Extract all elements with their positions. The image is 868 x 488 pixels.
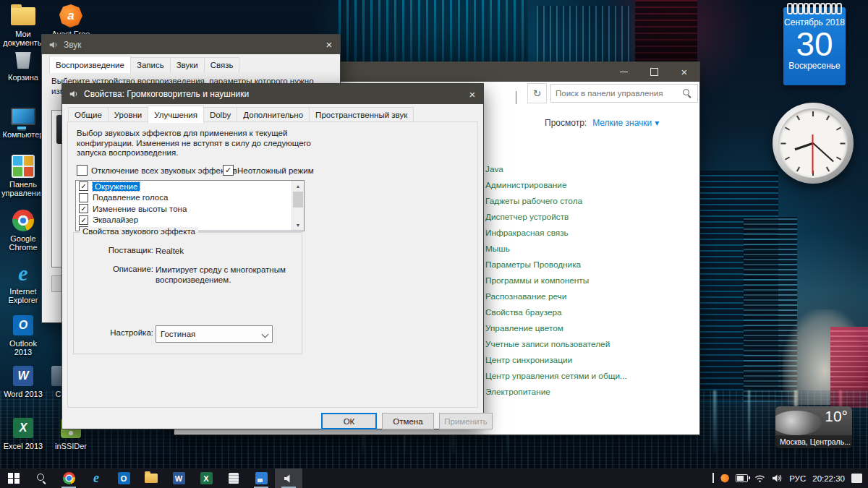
close-icon: × [681, 67, 688, 77]
taskbar-notes[interactable] [220, 468, 247, 488]
cp-item-user-accounts[interactable]: Учетные записи пользователей [485, 336, 702, 352]
cp-item-programs[interactable]: Программы и компоненты [485, 273, 702, 288]
tab-general[interactable]: Общие [68, 107, 109, 123]
desktop-icon-chrome[interactable]: Google Chrome [1, 209, 46, 252]
cp-item-device-manager[interactable]: Диспетчер устройств [485, 209, 702, 225]
checkbox-checked[interactable]: ✓ [223, 165, 234, 176]
tab-levels[interactable]: Уровни [108, 107, 148, 123]
cp-item-speech[interactable]: Распознавание речи [485, 288, 702, 304]
cp-item-color-management[interactable]: Управление цветом [485, 320, 702, 336]
close-button[interactable]: × [318, 35, 340, 54]
cancel-button[interactable]: Отмена [382, 413, 434, 429]
chevron-down-icon [262, 330, 269, 338]
tab-enhancements[interactable]: Улучшения [148, 106, 204, 123]
taskbar-outlook[interactable]: O [110, 468, 137, 488]
cp-item-administration[interactable]: Администрирование [485, 177, 702, 193]
chevron-up-icon [712, 473, 714, 483]
checkbox-checked[interactable]: ✓ [79, 215, 88, 225]
desktop-icon-my-documents[interactable]: Мои документы [1, 4, 46, 47]
effects-scrollbar[interactable]: ▲ ▼ [292, 181, 304, 231]
taskbar-sound-dialog[interactable] [275, 468, 302, 488]
close-button[interactable]: × [669, 62, 699, 82]
desktop-icon-internet-explorer[interactable]: e Internet Explorer [1, 262, 46, 304]
taskbar-internet-explorer[interactable]: e [82, 468, 110, 488]
cp-item-sync-center[interactable]: Центр синхронизации [485, 352, 702, 368]
tab-dolby[interactable]: Dolby [203, 107, 237, 123]
scroll-up-icon[interactable]: ▲ [292, 181, 304, 192]
effects-listbox[interactable]: ✓ Окружение Подавление голоса ✓ Изменени… [75, 180, 305, 231]
action-center-icon[interactable] [851, 474, 862, 483]
properties-titlebar[interactable]: Свойства: Громкоговоритель и наушники × [62, 84, 483, 104]
icon-label: Корзина [8, 73, 38, 82]
effect-row-equalizer[interactable]: ✓ Эквалайзер [76, 215, 304, 226]
provider-label: Поставщик: [87, 246, 153, 254]
tab-advanced[interactable]: Дополнительно [237, 107, 310, 123]
taskbar-media-app[interactable] [247, 468, 275, 488]
minimize-button[interactable] [608, 62, 639, 82]
control-panel-searchbox[interactable] [550, 84, 698, 103]
address-dropdown-chevron[interactable] [516, 91, 516, 104]
cp-item-mouse[interactable]: Мышь [485, 241, 702, 257]
tab-recording[interactable]: Запись [130, 57, 171, 73]
desktop-icon-excel[interactable]: X Excel 2013 [1, 416, 46, 450]
desktop-icon-computer[interactable]: Компьютер [1, 105, 46, 139]
checkbox-checked[interactable]: ✓ [79, 181, 88, 191]
checkbox-checked[interactable]: ✓ [79, 204, 88, 213]
tab-sounds[interactable]: Звуки [170, 57, 205, 73]
cp-item-browser-properties[interactable]: Свойства браузера [485, 304, 702, 320]
cp-item-explorer-options[interactable]: Параметры Проводника [485, 257, 702, 273]
desktop-icon-avast[interactable]: a Avast Free [48, 4, 93, 38]
tab-communications[interactable]: Связь [204, 57, 240, 73]
scroll-down-icon[interactable]: ▼ [292, 220, 304, 231]
clock-gadget[interactable] [773, 103, 854, 184]
calendar-gadget[interactable]: Сентябрь 2018 30 Воскресенье [783, 7, 846, 85]
effect-row-voice-suppression[interactable]: Подавление голоса [76, 192, 304, 204]
taskbar-word[interactable]: W [165, 468, 192, 488]
taskbar-chrome[interactable] [55, 468, 82, 488]
setting-dropdown[interactable]: Гостиная [156, 325, 273, 343]
battery-icon[interactable] [736, 474, 748, 482]
clock-time[interactable]: 20:22:30 [812, 474, 845, 483]
effect-row-environment[interactable]: ✓ Окружение [76, 181, 304, 192]
desktop-icon-outlook[interactable]: O Outlook 2013 [1, 314, 46, 356]
taskbar-search-button[interactable] [27, 468, 55, 488]
effect-row-pitch-shift[interactable]: ✓ Изменение высоты тона [76, 203, 304, 215]
cp-item-gadgets[interactable]: Гаджеты рабочего стола [485, 193, 702, 209]
refresh-button[interactable]: ↻ [527, 83, 547, 103]
cp-item-infrared[interactable]: Инфракрасная связь [485, 225, 702, 241]
cp-item-network-center[interactable]: Центр управления сетями и общи... [485, 368, 702, 384]
disable-all-effects-option[interactable]: Отключение всех звуковых эффектов [77, 165, 237, 176]
chrome-icon [11, 209, 35, 232]
taskbar-file-explorer[interactable] [137, 468, 165, 488]
ok-button[interactable]: ОК [321, 413, 377, 429]
maximize-button[interactable] [639, 62, 669, 82]
tab-playback[interactable]: Воспроизведение [49, 56, 131, 73]
language-indicator[interactable]: РУС [789, 474, 806, 483]
tab-spatial-sound[interactable]: Пространственный звук [309, 107, 414, 123]
calendar-weekday: Воскресенье [783, 61, 846, 71]
desktop-icon-recycle-bin[interactable]: Корзина [1, 48, 46, 82]
checkbox-unchecked[interactable] [79, 193, 88, 202]
close-button[interactable]: × [461, 85, 483, 104]
wifi-icon[interactable] [754, 474, 765, 483]
desktop-icon-control-panel[interactable]: Панель управления [1, 155, 46, 197]
city-building-red [635, 0, 697, 67]
weather-temperature: 10° [825, 408, 848, 425]
checkbox-unchecked[interactable] [77, 165, 88, 176]
hidden-icons-chevron[interactable] [712, 474, 714, 483]
view-selector[interactable]: Мелкие значки ▾ [592, 118, 659, 128]
start-button[interactable] [0, 468, 27, 488]
weather-gadget[interactable]: 10° Москва, Централь... [775, 406, 852, 448]
desktop-icon-word[interactable]: W Word 2013 [1, 364, 46, 398]
immediate-mode-option[interactable]: ✓ Неотложный режим [223, 165, 314, 176]
sound-dialog-titlebar[interactable]: Звук × [42, 35, 340, 54]
scrollbar-thumb[interactable] [293, 192, 303, 207]
word-icon: W [173, 472, 185, 484]
system-tray: РУС 20:22:30 [712, 468, 868, 488]
cp-item-java[interactable]: Java [485, 161, 702, 177]
avast-tray-icon[interactable] [720, 474, 729, 483]
cp-item-power[interactable]: Электропитание [485, 384, 702, 400]
taskbar-excel[interactable]: X [192, 468, 220, 488]
volume-icon[interactable] [772, 474, 783, 483]
search-input[interactable] [551, 89, 683, 98]
